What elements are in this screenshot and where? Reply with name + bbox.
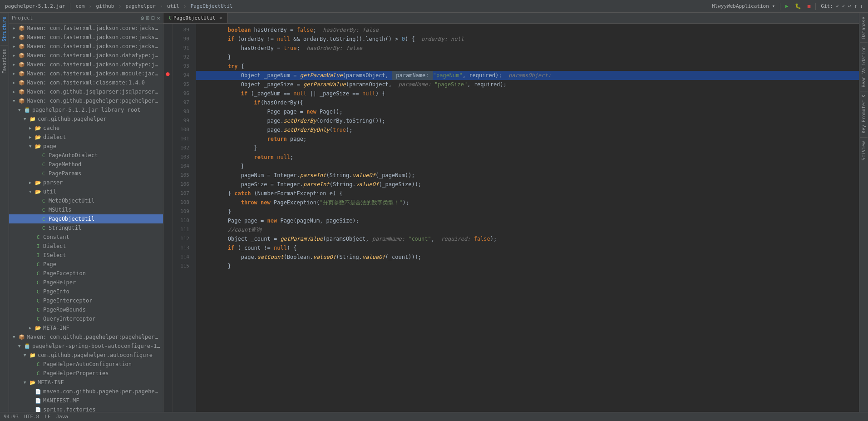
folder-icon: 📂 [35,134,42,141]
sidebar-item-pagehelper-jar[interactable]: ▼ 🫙 pagehelper-5.1.2.jar library root [9,105,163,114]
sidebar-item-spring-boot-maven[interactable]: ▼ 📦 Maven: com.github.pagehelper:pagehel… [9,332,163,342]
left-tab-favorites[interactable]: Favorites [0,45,8,77]
hint-required: required: [441,234,473,243]
sidebar-item-metaobjectutil[interactable]: C MetaObjectUtil [9,196,163,205]
ln-92: 92 [176,53,192,62]
sidebar-item-label: PageParams [49,170,81,177]
sidebar-item-maven-jackson6[interactable]: ▶ 📦 Maven: com.fasterxml.jackson.module:… [9,69,163,78]
kw-null5: null [274,243,287,253]
stop-button[interactable]: ■ [805,2,813,10]
sidebar-item-maven-jackson4[interactable]: ▶ 📦 Maven: com.fasterxml.jackson.datatyp… [9,51,163,60]
debug-breakpoint-icon[interactable]: ● [166,70,169,77]
left-tab-structure[interactable]: Structure [0,13,8,45]
sidebar-item-maven-jackson3[interactable]: ▶ 📦 Maven: com.fasterxml.jackson.core:ja… [9,42,163,51]
code-text: PageException( [271,198,320,207]
sidebar-item-maven-jackson5[interactable]: ▶ 📦 Maven: com.fasterxml.jackson.datatyp… [9,60,163,69]
toolbar-pagehelper[interactable]: pagehelper [123,2,158,10]
sidebar-item-label: Maven: com.fasterxml.jackson.module:jack… [27,70,161,77]
code-text: Object _count = [228,234,281,243]
code-text: (_count))); [385,253,421,262]
arrow-down-icon: ▼ [24,353,29,357]
sidebar-item-spring-factories[interactable]: 📄 spring.factories [9,405,163,412]
sidebar-item-dialect[interactable]: ▶ 📂 dialect [9,133,163,142]
gear-icon[interactable]: ⚙ [141,15,144,21]
ln-111: 111 [176,225,192,234]
sidebar-item-pageparams[interactable]: C PageParams [9,169,163,178]
collapse-icon[interactable]: ⊟ [151,15,155,21]
gutter-114 [163,251,172,260]
sidebar-item-pagerowbounds[interactable]: C PageRowBounds [9,305,163,314]
sidebar-item-label: MetaObjectUtil [49,198,94,204]
sidebar-item-metainf1[interactable]: ▶ 📂 META-INF [9,323,163,332]
run-button[interactable]: ▶ [783,2,791,10]
toolbar-project[interactable]: pagehelper-5.1.2.jar [3,2,67,10]
sidebar-item-label: Maven: com.fasterxml.jackson.datatype:ja… [27,52,161,59]
sidebar-item-pageinfo[interactable]: C PageInfo [9,287,163,296]
sidebar-item-pagemethod[interactable]: C PageMethod [9,160,163,169]
arrow-icon: ▶ [13,71,18,76]
sidebar-item-spring-boot-jar[interactable]: ▼ 🫙 pagehelper-spring-boot-autoconfigure… [9,342,163,351]
sidebar-item-queryinterceptor[interactable]: C QueryInterceptor [9,314,163,323]
sidebar-item-manifest[interactable]: 📄 MANIFEST.MF [9,396,163,405]
sidebar-item-pkg-pagehelper[interactable]: ▼ 📁 com.github.pagehelper [9,114,163,124]
sidebar-item-pageobjectutil[interactable]: C PageObjectUtil [9,214,163,223]
arrow-icon: ▶ [13,62,18,67]
sidebar-item-pagehelperproperties[interactable]: C PageHelperProperties [9,369,163,378]
sidebar-item-label: PageRowBounds [43,307,86,313]
gutter-109 [163,205,172,214]
ln-102: 102 [176,144,192,153]
debug-button[interactable]: 🐛 [793,2,804,10]
code-brace: } [228,262,231,271]
arrow-icon: ▶ [13,89,18,94]
sidebar-item-maven-jackson1[interactable]: ▶ 📦 Maven: com.fasterxml.jackson.core:ja… [9,24,163,33]
sidebar-item-label: Maven: com.fasterxml.jackson.core:jackso… [27,25,161,31]
right-panel-sciview[interactable]: SciView [860,137,868,164]
sidebar-item-jsqlparser[interactable]: ▶ 📦 Maven: com.github.jsqlparser:jsqlpar… [9,87,163,96]
toolbar-classname[interactable]: PageObjectUtil [188,2,235,10]
sidebar-item-dialect-class[interactable]: I Dialect [9,242,163,251]
close-tab-icon[interactable]: × [219,15,222,21]
sidebar-item-pageexception[interactable]: C PageException [9,269,163,278]
code-content[interactable]: boolean hasOrderBy = false ; hasOrderBy:… [196,24,859,412]
code-text: Object _pageSize = [241,80,303,89]
sidebar-item-label: PageException [43,270,86,277]
sidebar-item-msutils[interactable]: C MSUtils [9,205,163,214]
expand-icon[interactable]: ⊞ [146,15,150,21]
hint-orderby: orderBy: null [421,35,464,44]
right-panel-key-promoter[interactable]: Key Promoter X [860,91,868,137]
code-indent [202,262,228,271]
editor-tab-pageobjectutil[interactable]: C PageObjectUtil × [163,13,228,23]
sidebar-item-pagehelper-class[interactable]: C PageHelper [9,278,163,287]
sidebar-item-autoconfigure-pkg[interactable]: ▼ 📁 com.github.pagehelper.autoconfigure [9,351,163,360]
sidebar-item-pageautodialect[interactable]: C PageAutoDialect [9,151,163,160]
sidebar-item-pagehelper-maven[interactable]: ▼ 📦 Maven: com.github.pagehelper:pagehel… [9,96,163,105]
sidebar-item-stringutil[interactable]: C StringUtil [9,223,163,233]
toolbar-util[interactable]: util [165,2,182,10]
app-name-dropdown[interactable]: HlwyyWebApplication ▾ [710,2,777,10]
sidebar-item-util-folder[interactable]: ▼ 📂 util [9,187,163,196]
sidebar-item-pagehelperautoconfiguration[interactable]: C PageHelperAutoConfiguration [9,360,163,369]
code-line-99: page. setOrderBy (orderBy.toString()); [196,116,859,125]
sidebar-item-constant[interactable]: C Constant [9,233,163,242]
right-panel-database[interactable]: Database [860,13,868,42]
gutter-90 [163,33,172,42]
code-indent [202,98,254,107]
sidebar-item-pageinterceptor[interactable]: C PageInterceptor [9,296,163,305]
sidebar-item-maven-file[interactable]: 📄 maven.com.github.pagehelper.pagehelper… [9,387,163,396]
sidebar-item-parser[interactable]: ▶ 📂 parser [9,178,163,187]
sidebar-item-classmate[interactable]: ▶ 📦 Maven: com.fasterxml:classmate:1.4.0 [9,78,163,87]
sidebar-item-page-class[interactable]: C Page [9,260,163,269]
code-text: (String. [336,253,362,262]
right-panel-bean-validation[interactable]: Bean Validation [860,42,868,91]
code-line-103: return null ; [196,153,859,162]
close-icon[interactable]: × [157,15,160,21]
toolbar-com[interactable]: com [73,2,87,10]
sidebar-item-page-folder[interactable]: ▼ 📂 page [9,142,163,151]
git-status[interactable]: Git: ✓ ✓ ↩ ↑ ↓ [819,2,865,10]
ln-113: 113 [176,243,192,253]
sidebar-item-cache[interactable]: ▶ 📂 cache [9,124,163,133]
toolbar-github[interactable]: github [94,2,117,10]
sidebar-item-iselect[interactable]: I ISelect [9,251,163,260]
sidebar-item-maven-jackson2[interactable]: ▶ 📦 Maven: com.fasterxml.jackson.core:ja… [9,33,163,42]
sidebar-item-metainf2[interactable]: ▼ 📂 META-INF [9,378,163,387]
